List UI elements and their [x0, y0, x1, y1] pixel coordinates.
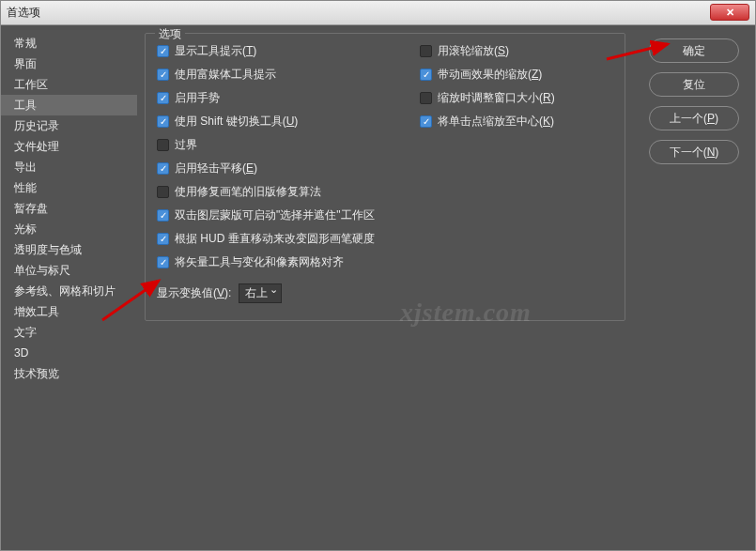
- option-label: 使用修复画笔的旧版修复算法: [175, 184, 321, 200]
- option-label: 使用 Shift 键切换工具(U): [175, 114, 298, 130]
- option-label: 使用富媒体工具提示: [175, 67, 276, 83]
- option-row: 启用手势: [157, 90, 410, 106]
- window-title: 首选项: [7, 5, 40, 21]
- option-row: 使用 Shift 键切换工具(U): [157, 114, 410, 130]
- sidebar-item[interactable]: 工作区: [1, 74, 137, 95]
- sidebar-item[interactable]: 暂存盘: [1, 198, 137, 219]
- sidebar-item[interactable]: 增效工具: [1, 301, 137, 322]
- option-row: 缩放时调整窗口大小(R): [420, 90, 555, 106]
- option-row: 使用修复画笔的旧版修复算法: [157, 184, 410, 200]
- option-label: 带动画效果的缩放(Z): [438, 67, 542, 83]
- option-row: 将单击点缩放至中心(K): [420, 114, 555, 130]
- sidebar-item[interactable]: 工具: [1, 95, 137, 115]
- option-row: 根据 HUD 垂直移动来改变圆形画笔硬度: [157, 231, 410, 247]
- options-fieldset: 选项 显示工具提示(T)使用富媒体工具提示启用手势使用 Shift 键切换工具(…: [145, 33, 625, 321]
- transform-label: 显示变换值(V):: [157, 285, 231, 301]
- window-close-button[interactable]: ✕: [710, 4, 749, 21]
- sidebar-item[interactable]: 光标: [1, 219, 137, 239]
- sidebar-item[interactable]: 文件处理: [1, 136, 137, 157]
- option-label: 缩放时调整窗口大小(R): [438, 90, 555, 106]
- checkbox[interactable]: [420, 45, 432, 57]
- option-row: 带动画效果的缩放(Z): [420, 67, 555, 83]
- checkbox[interactable]: [157, 92, 169, 104]
- checkbox[interactable]: [157, 139, 169, 151]
- option-row: 双击图层蒙版可启动"选择并遮住"工作区: [157, 207, 410, 223]
- option-row: 将矢量工具与变化和像素网格对齐: [157, 254, 410, 270]
- checkbox[interactable]: [420, 69, 432, 81]
- option-label: 将矢量工具与变化和像素网格对齐: [175, 254, 344, 270]
- checkbox[interactable]: [157, 115, 169, 128]
- checkbox[interactable]: [157, 233, 169, 245]
- sidebar-item[interactable]: 导出: [1, 157, 137, 177]
- sidebar-item[interactable]: 文字: [1, 322, 137, 343]
- sidebar-item[interactable]: 技术预览: [1, 363, 137, 384]
- preferences-window: 首选项 ✕ 常规界面工作区工具历史记录文件处理导出性能暂存盘光标透明度与色域单位…: [0, 0, 756, 551]
- checkbox[interactable]: [420, 92, 432, 104]
- sidebar-item[interactable]: 单位与标尺: [1, 260, 137, 281]
- option-label: 启用轻击平移(E): [175, 161, 257, 176]
- checkbox[interactable]: [420, 115, 432, 128]
- options-legend: 选项: [155, 26, 185, 42]
- checkbox[interactable]: [157, 69, 169, 81]
- titlebar: 首选项 ✕: [1, 1, 755, 25]
- checkbox[interactable]: [157, 209, 169, 222]
- window-body: 常规界面工作区工具历史记录文件处理导出性能暂存盘光标透明度与色域单位与标尺参考线…: [1, 25, 755, 550]
- checkbox[interactable]: [157, 186, 169, 198]
- sidebar-item[interactable]: 界面: [1, 54, 137, 74]
- reset-button[interactable]: 复位: [649, 72, 739, 97]
- option-label: 根据 HUD 垂直移动来改变圆形画笔硬度: [175, 231, 375, 247]
- option-label: 显示工具提示(T): [175, 43, 256, 59]
- sidebar-item[interactable]: 性能: [1, 177, 137, 198]
- option-row: 显示工具提示(T): [157, 43, 410, 59]
- option-label: 启用手势: [175, 90, 220, 106]
- options-left-column: 显示工具提示(T)使用富媒体工具提示启用手势使用 Shift 键切换工具(U)过…: [157, 43, 410, 270]
- sidebar-item[interactable]: 透明度与色域: [1, 239, 137, 260]
- transform-value-row: 显示变换值(V): 右上: [157, 283, 613, 303]
- action-buttons-panel: 确定 复位 上一个(P) 下一个(N): [633, 25, 755, 550]
- main-panel: 选项 显示工具提示(T)使用富媒体工具提示启用手势使用 Shift 键切换工具(…: [137, 25, 633, 550]
- option-label: 将单击点缩放至中心(K): [438, 114, 554, 130]
- sidebar-item[interactable]: 历史记录: [1, 115, 137, 136]
- option-row: 启用轻击平移(E): [157, 161, 410, 176]
- sidebar-item[interactable]: 3D: [1, 343, 137, 363]
- option-row: 使用富媒体工具提示: [157, 67, 410, 83]
- sidebar-item[interactable]: 常规: [1, 33, 137, 54]
- options-right-column: 用滚轮缩放(S)带动画效果的缩放(Z)缩放时调整窗口大小(R)将单击点缩放至中心…: [420, 43, 555, 270]
- option-row: 过界: [157, 137, 410, 153]
- next-button[interactable]: 下一个(N): [649, 140, 739, 164]
- checkbox[interactable]: [157, 162, 169, 175]
- ok-button[interactable]: 确定: [649, 38, 739, 63]
- sidebar-item[interactable]: 参考线、网格和切片: [1, 281, 137, 301]
- sidebar: 常规界面工作区工具历史记录文件处理导出性能暂存盘光标透明度与色域单位与标尺参考线…: [1, 25, 137, 550]
- option-label: 过界: [175, 137, 197, 153]
- checkbox[interactable]: [157, 256, 169, 268]
- transform-value-select[interactable]: 右上: [239, 283, 282, 303]
- prev-button[interactable]: 上一个(P): [649, 106, 739, 130]
- checkbox[interactable]: [157, 45, 169, 57]
- option-label: 用滚轮缩放(S): [438, 43, 509, 59]
- option-label: 双击图层蒙版可启动"选择并遮住"工作区: [175, 207, 375, 223]
- option-row: 用滚轮缩放(S): [420, 43, 555, 59]
